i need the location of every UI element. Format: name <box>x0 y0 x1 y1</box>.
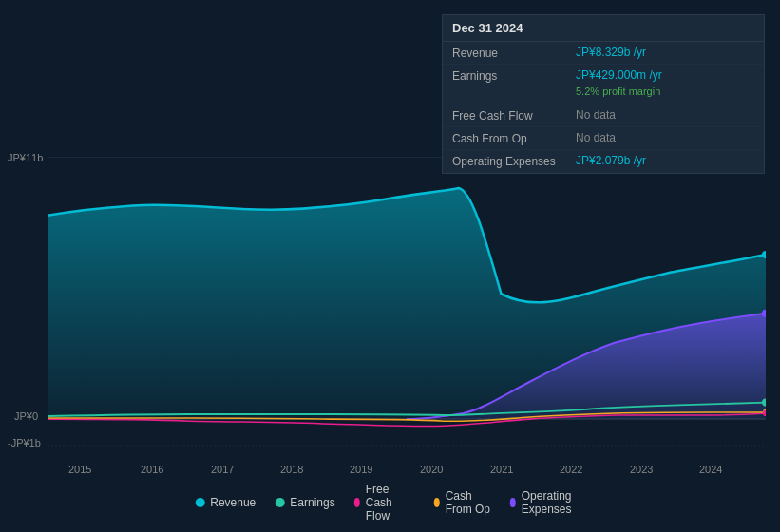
free-cash-flow-label: Free Cash Flow <box>452 108 576 123</box>
y-label-neg: -JP¥1b <box>8 437 41 448</box>
fcf-legend-label: Free Cash Flow <box>366 483 415 522</box>
y-label-top: JP¥11b <box>8 152 43 163</box>
y-label-zero: JP¥0 <box>14 410 38 422</box>
profit-margin: 5.2% profit margin <box>576 86 660 97</box>
fcf-legend-dot <box>354 498 360 507</box>
revenue-row: Revenue JP¥8.329b /yr <box>443 42 764 65</box>
cash-from-op-value: No data <box>576 131 616 144</box>
legend-revenue[interactable]: Revenue <box>195 496 256 509</box>
chart-svg <box>48 157 766 480</box>
revenue-label: Revenue <box>452 46 576 60</box>
free-cash-flow-row: Free Cash Flow No data <box>443 104 764 127</box>
earnings-row: Earnings JP¥429.000m /yr 5.2% profit mar… <box>443 65 764 104</box>
earnings-value: JP¥429.000m /yr <box>576 68 662 83</box>
cash-op-legend-label: Cash From Op <box>446 489 491 516</box>
revenue-value: JP¥8.329b /yr <box>576 46 646 59</box>
operating-expenses-label: Operating Expenses <box>452 154 576 168</box>
cash-op-legend-dot <box>434 498 440 507</box>
revenue-legend-dot <box>195 498 204 507</box>
chart-area <box>48 157 766 480</box>
revenue-legend-label: Revenue <box>210 496 256 509</box>
legend-earnings[interactable]: Earnings <box>275 496 334 509</box>
earnings-label: Earnings <box>452 68 576 83</box>
operating-expenses-value: JP¥2.079b /yr <box>576 154 646 167</box>
earnings-legend-dot <box>275 498 284 507</box>
earnings-legend-label: Earnings <box>290 496 334 509</box>
legend-opex[interactable]: Operating Expenses <box>510 489 585 516</box>
info-panel: Dec 31 2024 Revenue JP¥8.329b /yr Earnin… <box>442 14 765 174</box>
panel-title: Dec 31 2024 <box>443 15 764 42</box>
free-cash-flow-value: No data <box>576 108 616 122</box>
opex-legend-label: Operating Expenses <box>522 489 585 516</box>
legend-cash-op[interactable]: Cash From Op <box>434 489 491 516</box>
legend-fcf[interactable]: Free Cash Flow <box>354 483 415 522</box>
opex-legend-dot <box>510 498 516 507</box>
cash-from-op-label: Cash From Op <box>452 131 576 145</box>
operating-expenses-row: Operating Expenses JP¥2.079b /yr <box>443 150 764 173</box>
cash-from-op-row: Cash From Op No data <box>443 127 764 150</box>
legend: Revenue Earnings Free Cash Flow Cash Fro… <box>195 483 585 522</box>
